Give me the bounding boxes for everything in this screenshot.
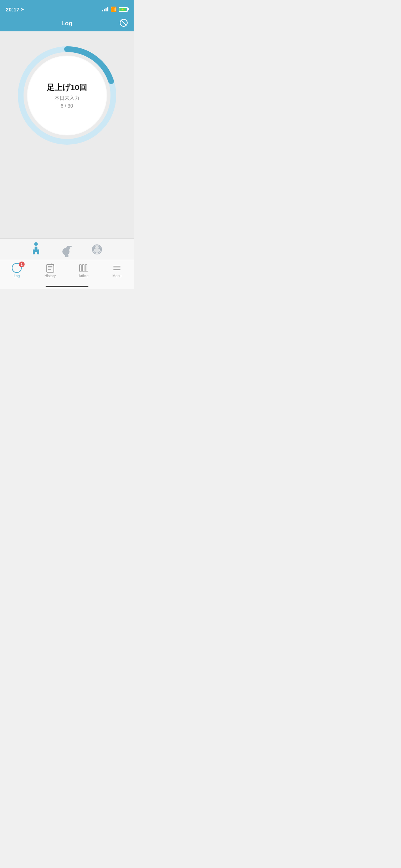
- status-bar: 20:17 ➤ 📶 ⚡: [0, 0, 134, 16]
- article-icon-wrap: [78, 263, 88, 273]
- battery-icon: ⚡: [119, 7, 128, 12]
- exercise-name: 足上げ10回: [47, 82, 87, 93]
- tab-log[interactable]: 1 Log: [0, 263, 34, 278]
- ring-center: 足上げ10回 本日未入力 6 / 30: [28, 56, 106, 135]
- tab-menu-label: Menu: [113, 274, 122, 278]
- tab-article-label: Article: [78, 274, 88, 278]
- nav-title: Log: [61, 20, 72, 27]
- menu-icon-wrap: [112, 263, 122, 273]
- tab-history[interactable]: History: [34, 263, 67, 278]
- log-icon-wrap: 1: [12, 263, 22, 273]
- svg-point-14: [94, 247, 100, 252]
- tab-log-label: Log: [14, 274, 20, 278]
- tab-bar: 1 Log History Arti: [0, 260, 134, 289]
- svg-rect-5: [35, 247, 37, 252]
- progress-ring[interactable]: 足上げ10回 本日未入力 6 / 30: [17, 46, 117, 145]
- svg-rect-22: [79, 265, 81, 271]
- status-label: 本日未入力: [55, 95, 79, 102]
- svg-rect-7: [37, 249, 39, 254]
- history-icon-wrap: [45, 263, 55, 273]
- log-badge: 1: [19, 262, 25, 267]
- bird-tab-icon[interactable]: [60, 242, 72, 257]
- signal-icon: [102, 7, 108, 11]
- block-button[interactable]: [119, 19, 128, 29]
- home-indicator: [46, 286, 88, 287]
- svg-line-1: [121, 20, 126, 25]
- location-icon: ➤: [21, 7, 24, 12]
- animal-tab-icon[interactable]: [91, 242, 103, 257]
- tab-history-label: History: [45, 274, 56, 278]
- navigation-bar: Log: [0, 16, 134, 31]
- time-display: 20:17: [6, 6, 19, 12]
- status-time: 20:17 ➤: [6, 6, 24, 12]
- svg-rect-23: [82, 265, 84, 271]
- svg-rect-24: [85, 265, 87, 271]
- article-icon: [78, 263, 88, 273]
- main-content: 足上げ10回 本日未入力 6 / 30: [0, 31, 134, 260]
- history-icon: [45, 263, 55, 273]
- svg-rect-11: [65, 254, 67, 257]
- wifi-icon: 📶: [110, 6, 117, 12]
- character-icon-row: [0, 238, 134, 260]
- tab-menu[interactable]: Menu: [100, 263, 134, 278]
- menu-icon: [112, 263, 122, 273]
- svg-rect-18: [47, 264, 54, 272]
- svg-rect-10: [69, 246, 72, 247]
- svg-rect-6: [33, 249, 35, 254]
- svg-point-4: [34, 242, 38, 246]
- svg-rect-12: [67, 254, 68, 257]
- person-tab-icon[interactable]: [31, 242, 41, 257]
- progress-display: 6 / 30: [61, 103, 73, 109]
- tab-article[interactable]: Article: [67, 263, 101, 278]
- status-right: 📶 ⚡: [102, 6, 128, 12]
